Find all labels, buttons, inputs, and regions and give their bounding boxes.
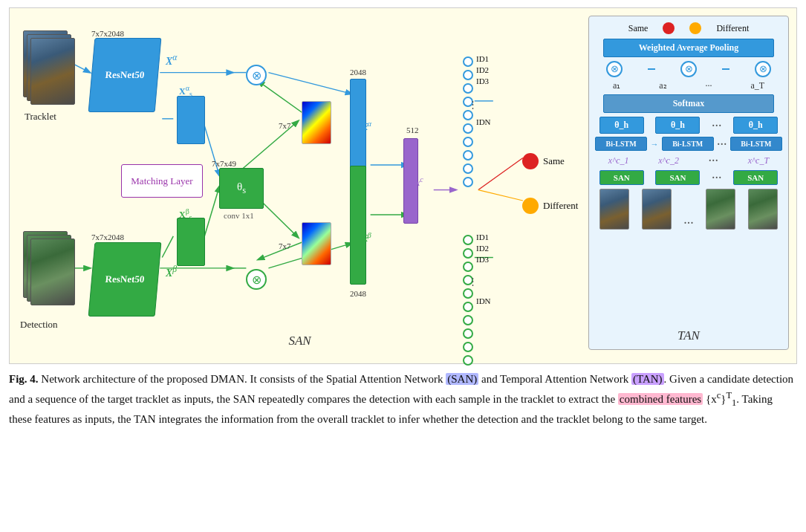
bilstm-1: Bi-LSTM <box>595 137 647 151</box>
san-box-3: SAN <box>733 170 778 185</box>
san-box-1: SAN <box>599 170 644 185</box>
id-circle-b3 <box>463 262 473 272</box>
tracklet-images <box>23 30 77 112</box>
id-circle-b10 <box>463 355 473 366</box>
idn-label-top: IDN <box>476 117 491 126</box>
theta-h-2: θ_h <box>655 117 700 134</box>
svg-line-12 <box>268 73 351 94</box>
dim-2048-alpha: 2048 <box>350 68 366 77</box>
san-section: Tracklet Detection ResNet50 7x7x2048 Xα … <box>17 16 582 350</box>
id-circle-b9 <box>463 342 473 352</box>
tan-images-row: ··· <box>594 189 784 230</box>
svg-line-22 <box>478 190 523 201</box>
tan-same-dot <box>663 22 675 34</box>
id-circle-3 <box>463 83 473 94</box>
resnet-beta: ResNet50 <box>88 242 162 317</box>
id-circle-2 <box>463 70 473 80</box>
tan-line-2 <box>722 68 729 70</box>
id-circle-b8 <box>463 328 473 339</box>
fig-label: Fig. 4. <box>9 373 39 385</box>
id-circle-b5 <box>463 288 473 299</box>
tan-img-4 <box>748 189 778 230</box>
dim-beta-label: 7x7x2048 <box>91 233 124 241</box>
tan-mult-1: ⊗ <box>606 61 623 77</box>
xs-beta-block <box>177 218 205 266</box>
tan-img-1 <box>599 189 629 230</box>
tan-bilstm-row: Bi-LSTM → Bi-LSTM ··· Bi-LSTM <box>594 137 784 151</box>
xbar-beta-label: x̄β <box>363 231 371 244</box>
same-indicator: Same <box>522 153 565 169</box>
detection-images <box>23 231 77 313</box>
id3-label-b: ID3 <box>476 255 489 264</box>
tan-theta-row: θ_h θ_h ··· θ_h <box>594 117 784 134</box>
san-box-2: SAN <box>655 170 700 185</box>
tan-mult-2: ⊗ <box>680 61 697 77</box>
bilstm-2: Bi-LSTM <box>662 137 714 151</box>
san-label: SAN <box>288 334 311 348</box>
x-beta-label: Xβ <box>166 265 177 279</box>
same-circle <box>522 153 539 169</box>
tan-mult-row: ⊗ ⊗ ⊗ <box>594 61 784 77</box>
theta-h-1: θ_h <box>599 117 644 134</box>
xs-alpha-block <box>177 96 205 144</box>
xc-label: xc <box>416 175 423 189</box>
heatmap-beta <box>302 222 331 265</box>
dim-alpha-label: 7x7x2048 <box>91 29 124 38</box>
softmax-box: Softmax <box>603 94 774 113</box>
dim-7x7-beta: 7x7 <box>279 241 291 250</box>
diagram-container: Tracklet Detection ResNet50 7x7x2048 Xα … <box>9 7 797 364</box>
tracklet-label: Tracklet <box>25 111 56 123</box>
dots-top: ⋮ <box>468 99 478 111</box>
wap-box: Weighted Average Pooling <box>603 39 774 57</box>
diff-circle <box>522 198 539 214</box>
tracklet-img-front <box>30 38 75 105</box>
theta-block: θs <box>219 168 264 209</box>
id-circle-8 <box>463 150 473 160</box>
tan-section: Same Different Weighted Average Pooling … <box>588 16 789 350</box>
bilstm-3: Bi-LSTM <box>730 137 782 151</box>
xs-beta-label: Xβs <box>179 207 192 221</box>
tan-label: TAN <box>677 328 700 343</box>
id-circle-b1 <box>463 235 473 245</box>
svg-line-21 <box>478 158 523 189</box>
dim-7x7x49: 7x7x49 <box>212 159 236 168</box>
svg-line-7 <box>204 186 219 236</box>
resnet-alpha: ResNet50 <box>88 38 162 112</box>
xs-alpha-label: Xαs <box>179 84 192 98</box>
id2-label-b: ID2 <box>476 244 489 253</box>
tan-highlight: (TAN) <box>631 373 664 385</box>
tan-xc-row: x^c_1 x^c_2 ··· x^c_T <box>594 154 784 167</box>
tan-line-1 <box>648 68 655 70</box>
tan-same-diff-row: Same Different <box>594 22 784 34</box>
tan-img-3 <box>706 189 735 230</box>
id-circle-1 <box>463 56 473 67</box>
svg-line-6 <box>204 126 219 175</box>
matching-layer-box: Matching Layer <box>121 164 203 198</box>
idn-label-bot: IDN <box>476 296 491 305</box>
conv-label: conv 1x1 <box>224 211 254 220</box>
xbar-alpha-label: x̄α <box>363 120 371 133</box>
id1-label-b: ID1 <box>476 233 489 241</box>
tan-mult-3: ⊗ <box>755 61 771 77</box>
id-circle-7 <box>463 137 473 147</box>
id-circle-b6 <box>463 302 473 312</box>
id1-label: ID1 <box>476 54 489 63</box>
id-circles-top <box>463 56 473 187</box>
tan-a-row: a₁ a₂ ··· a_T <box>594 80 784 91</box>
figure-caption: Fig. 4. Network architecture of the prop… <box>9 370 797 428</box>
tan-san-row: SAN SAN ··· SAN <box>594 170 784 185</box>
tan-diff-dot <box>689 22 701 34</box>
dim-512-label: 512 <box>406 126 419 134</box>
detection-label: Detection <box>20 319 58 331</box>
id-circle-5 <box>463 110 473 120</box>
dim-7x7-alpha: 7x7 <box>279 121 291 130</box>
id-circle-6 <box>463 123 473 134</box>
dim-2048-beta: 2048 <box>350 289 366 298</box>
id3-label: ID3 <box>476 77 489 85</box>
detection-img-front <box>30 239 75 305</box>
multiply-circle-beta: ⊗ <box>246 269 267 290</box>
id-circle-9 <box>463 163 473 174</box>
multiply-circle-alpha: ⊗ <box>246 65 267 85</box>
tan-img-2 <box>642 189 672 230</box>
diff-indicator: Different <box>522 198 578 214</box>
